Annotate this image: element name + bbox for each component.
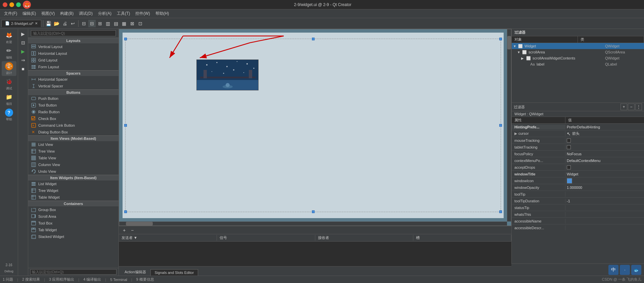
acceptdrops-checkbox[interactable] [567, 165, 571, 169]
sidebar-item-debug[interactable]: 🐞 调试 [2, 77, 16, 91]
widget-undo-view[interactable]: Undo View [28, 168, 119, 175]
tree-row-scrollarea[interactable]: ▼ ⬜ scrollArea QScrollArea [512, 49, 644, 55]
close-button[interactable] [3, 2, 7, 7]
prop-tablettracking[interactable]: tabletTracking [512, 144, 644, 151]
prop-whatsthis[interactable]: whatsThis [512, 211, 644, 218]
menu-widgets[interactable]: 控件(W) [133, 9, 152, 18]
tb-save-btn[interactable]: 💾 [45, 20, 52, 27]
prop-windowopacity[interactable]: windowOpacity 1.000000 [512, 184, 644, 191]
widget-tab-widget[interactable]: Tab Widget [28, 227, 119, 233]
widget-list-widget[interactable]: List Widget [28, 180, 119, 187]
menu-build[interactable]: 构建(B) [57, 9, 76, 18]
search-input-bottom[interactable] [30, 269, 117, 275]
widget-command-link[interactable]: ✕ Command Link Button [28, 122, 119, 129]
status-search[interactable]: 2 搜索结果 [22, 277, 40, 282]
widget-radio-button[interactable]: Radio Button [28, 109, 119, 115]
widget-form-layout[interactable]: Form Layout [28, 64, 119, 70]
prop-mousetracking[interactable]: mouseTracking [512, 137, 644, 144]
widget-list-view[interactable]: List View [28, 141, 119, 148]
cursor-expand-icon[interactable]: ▶ [514, 131, 517, 135]
tb-print-btn[interactable]: 🖨 [61, 20, 68, 27]
minimize-button[interactable] [9, 2, 14, 7]
prop-windowicon[interactable]: windowIcon [512, 177, 644, 184]
add-signal-btn[interactable]: + [121, 227, 128, 234]
status-app-output[interactable]: 3 应用程序输出 [49, 277, 74, 282]
design-area[interactable] [119, 29, 511, 226]
prop-cursor[interactable]: ▶cursor ↖ 箭头 [512, 130, 644, 137]
widget-check-box[interactable]: Check Box [28, 115, 119, 122]
editor-tab[interactable]: 📄 2-9/widget.ui* ✕ [1, 20, 41, 27]
prop-tooltip[interactable]: toolTip [512, 191, 644, 198]
widget-search-input[interactable] [31, 30, 116, 36]
handle-tl[interactable] [124, 38, 127, 40]
dot-btn[interactable]: · [620, 265, 630, 275]
menu-tools[interactable]: 工具(T) [114, 9, 133, 18]
widget-grid-layout[interactable]: Grid Layout [28, 57, 119, 64]
prop-accessiblename[interactable]: accessibleName [512, 218, 644, 225]
sidebar-item-edit[interactable]: ✏ 编辑 [2, 46, 16, 60]
maximize-button[interactable] [16, 2, 21, 7]
prop-accessibledescr[interactable]: accessibleDescr... [512, 225, 644, 231]
tb-undo-btn[interactable]: ↩ [69, 20, 77, 27]
tb-layout-v-btn[interactable]: ▤ [112, 20, 120, 27]
fish-btn[interactable]: 🐟 [631, 265, 641, 275]
vscroll-thumb[interactable] [507, 36, 511, 49]
tb-adjust-btn[interactable]: ⊡ [137, 20, 144, 27]
sidebar-item-projects[interactable]: 📁 项目 [2, 92, 16, 107]
hscrollbar[interactable] [119, 221, 507, 226]
widget-tree-view[interactable]: Tree View [28, 148, 119, 155]
status-terminal[interactable]: 5 Terminal [110, 278, 127, 282]
menu-file[interactable]: 文件(F) [1, 9, 20, 18]
widget-push-button[interactable]: Push Button [28, 95, 119, 102]
widget-scroll-area[interactable]: Scroll Area [28, 213, 119, 220]
menu-debug[interactable]: 调试(D) [76, 9, 95, 18]
menu-edit[interactable]: 编辑(E) [20, 9, 39, 18]
props-add-btn[interactable]: + [620, 104, 627, 110]
tb-align-left-btn[interactable]: ⊟ [80, 20, 88, 27]
stop-icon[interactable]: ■ [19, 65, 27, 73]
widget-stacked-widget[interactable]: Stacked Widget [28, 233, 119, 240]
expand-widget[interactable]: ▼ [513, 44, 517, 48]
step-icon[interactable]: ⇒ [19, 56, 27, 64]
handle-bm[interactable] [312, 210, 315, 213]
filter-icon[interactable]: ⊟ [19, 39, 27, 46]
menu-analyze[interactable]: 分析(A) [95, 9, 114, 18]
expand-scrollcontents[interactable]: ▶ [521, 56, 525, 60]
widget-vertical-spacer[interactable]: Vertical Spacer [28, 83, 119, 89]
tb-align-right-btn[interactable]: ⊞ [96, 20, 104, 27]
tb-align-center-btn[interactable]: ⊟ [88, 20, 96, 27]
handle-tr[interactable] [499, 38, 502, 40]
canvas[interactable] [123, 33, 504, 218]
hscroll-thumb[interactable] [126, 222, 153, 226]
tablettracking-checkbox[interactable] [567, 145, 571, 149]
remove-signal-btn[interactable]: − [129, 227, 136, 234]
prop-contextmenu[interactable]: contextMenuPo... DefaultContextMenu [512, 157, 644, 164]
run-button[interactable]: ▶ [19, 48, 27, 55]
status-overview[interactable]: 9 概要信息 [136, 277, 154, 282]
widget-group-box[interactable]: — Group Box [28, 206, 119, 213]
menu-view[interactable]: 视图(V) [39, 9, 57, 18]
image-widget[interactable] [196, 59, 259, 90]
widget-horizontal-spacer[interactable]: Horizontal Spacer [28, 76, 119, 83]
signals-slots-tab[interactable]: Signals and Slots Editor [150, 269, 198, 276]
prop-acceptdrops[interactable]: acceptDrops [512, 164, 644, 171]
sidebar-item-design[interactable]: 🎨 设计 [2, 61, 16, 76]
handle-br[interactable] [499, 210, 502, 213]
handle-ml[interactable] [124, 124, 127, 127]
props-remove-btn[interactable]: − [628, 104, 635, 110]
vscrollbar[interactable] [507, 29, 511, 221]
prop-focuspolicy[interactable]: focusPolicy NoFocus [512, 151, 644, 157]
tree-row-widget[interactable]: ▼ ⬜ Widget QWidget [512, 43, 644, 49]
sidebar-item-welcome[interactable]: 🦊 欢迎 [2, 30, 16, 45]
prop-ttoolduration[interactable]: toolTipDuration -1 [512, 198, 644, 204]
prop-statustip[interactable]: statusTip [512, 204, 644, 211]
status-compile[interactable]: 4 编译输出 [83, 277, 101, 282]
widget-dialog-button-box[interactable]: ✕ Dialog Button Box [28, 129, 119, 135]
props-more-btn[interactable]: ⋮ [635, 104, 642, 110]
tb-break-layout-btn[interactable]: ⊠ [129, 20, 136, 27]
handle-tm[interactable] [312, 38, 315, 40]
widget-tool-box[interactable]: Tool Box [28, 220, 119, 227]
tb-layout-h-btn[interactable]: ▥ [104, 20, 112, 27]
sender-dropdown-icon[interactable]: ▼ [134, 236, 137, 240]
prop-windowtitle[interactable]: windowTitle Widget [512, 171, 644, 177]
